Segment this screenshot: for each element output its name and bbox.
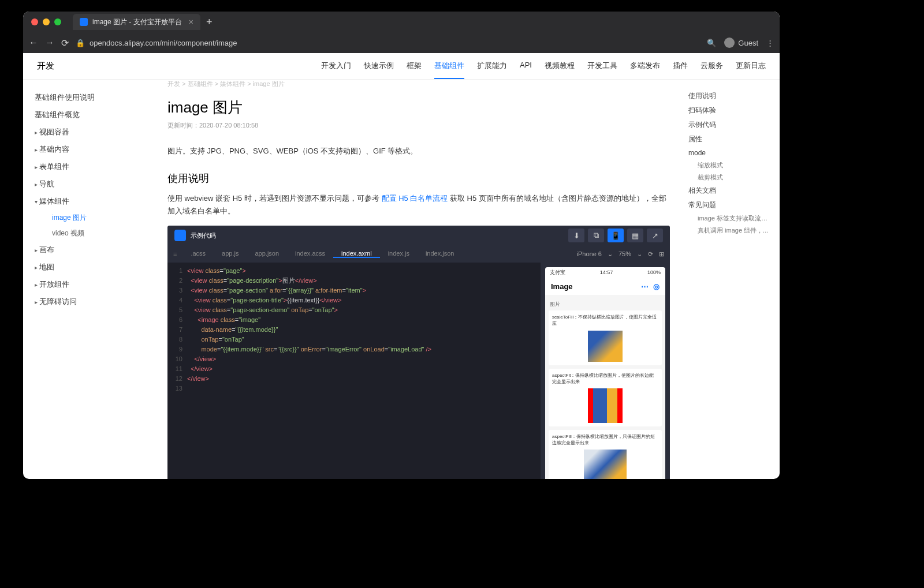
phone-preview: 支付宝 14:57 100% Image ⋯◎ 图片 bbox=[541, 263, 670, 479]
toc-item[interactable]: 相关文档 bbox=[688, 183, 773, 198]
toc-item[interactable]: 属性 bbox=[688, 132, 773, 147]
ide-tab[interactable]: app.json bbox=[247, 250, 287, 258]
url-bar: ← → ⟳ 🔒 opendocs.alipay.com/mini/compone… bbox=[23, 32, 780, 53]
code-editor[interactable]: 12345678910111213 <view class="page"> <v… bbox=[167, 263, 541, 479]
files-icon[interactable]: ≡ bbox=[167, 250, 182, 257]
toc-item[interactable]: mode bbox=[688, 147, 773, 159]
back-button[interactable]: ← bbox=[29, 38, 38, 48]
browser-window: image 图片 - 支付宝开放平台 × + ← → ⟳ 🔒 opendocs.… bbox=[23, 12, 780, 479]
battery-label: 100% bbox=[647, 269, 661, 275]
toc-item[interactable]: 扫码体验 bbox=[688, 103, 773, 118]
sidebar-group[interactable]: 画布 bbox=[35, 241, 156, 259]
toc-subitem[interactable]: 真机调用 image 组件，... bbox=[688, 224, 773, 237]
sidebar-group[interactable]: 无障碍访问 bbox=[35, 293, 156, 310]
whitelist-link[interactable]: 配置 H5 白名单流程 bbox=[382, 194, 448, 203]
preview-image-icon bbox=[588, 331, 623, 362]
maximize-window-icon[interactable] bbox=[54, 18, 61, 25]
close-tab-icon[interactable]: × bbox=[189, 17, 193, 27]
nav-item[interactable]: API bbox=[520, 61, 532, 72]
section-heading: 使用说明 bbox=[167, 171, 670, 185]
sidebar-group[interactable]: 导航 bbox=[35, 175, 156, 193]
nav-item[interactable]: 基础组件 bbox=[434, 61, 464, 79]
chevron-down-icon: ⌄ bbox=[608, 250, 613, 258]
browser-tab[interactable]: image 图片 - 支付宝开放平台 × bbox=[73, 14, 200, 30]
preview-image-icon bbox=[584, 450, 627, 479]
url-text[interactable]: opendocs.alipay.com/mini/component/image bbox=[90, 39, 237, 47]
ide-title: 示例代码 bbox=[191, 231, 216, 240]
nav-item[interactable]: 开发入门 bbox=[321, 61, 351, 72]
carrier-label: 支付宝 bbox=[550, 269, 565, 276]
ide-panel: 示例代码 ⬇ ⧉ 📱 ▦ ↗ ≡ .acssapp.jsapp.jsoninde… bbox=[167, 226, 670, 479]
sidebar-group[interactable]: 视图容器 bbox=[35, 123, 156, 141]
target-icon[interactable]: ◎ bbox=[653, 282, 660, 291]
download-icon[interactable]: ⬇ bbox=[568, 229, 584, 242]
avatar-icon bbox=[724, 38, 735, 48]
toc-item[interactable]: 使用说明 bbox=[688, 89, 773, 103]
share-icon[interactable]: ↗ bbox=[647, 229, 663, 242]
preview-card: aspectFit：保持纵横比缩放图片，使图片的长边能完全显示出来 bbox=[549, 369, 662, 426]
nav-left-label[interactable]: 开发 bbox=[37, 61, 54, 72]
menu-icon[interactable]: ⋮ bbox=[766, 39, 774, 47]
ide-tab[interactable]: index.acss bbox=[287, 250, 333, 258]
nav-item[interactable]: 扩展能力 bbox=[477, 61, 507, 72]
ide-tab[interactable]: index.js bbox=[380, 250, 418, 258]
nav-item[interactable]: 框架 bbox=[407, 61, 422, 72]
lock-icon: 🔒 bbox=[76, 39, 85, 47]
nav-item[interactable]: 开发工具 bbox=[587, 61, 617, 72]
sidebar-group[interactable]: 基础内容 bbox=[35, 141, 156, 158]
toc-subitem[interactable]: image 标签支持读取流文... bbox=[688, 212, 773, 224]
preview-card: scaleToFill：不保持纵横比缩放图片，使图片完全适应 bbox=[549, 310, 662, 365]
more-icon[interactable]: ⋯ bbox=[641, 282, 649, 291]
sidebar-group[interactable]: 媒体组件 bbox=[35, 193, 156, 210]
grid-icon[interactable]: ⊞ bbox=[659, 250, 664, 258]
top-nav: 开发 开发入门快速示例框架基础组件扩展能力API视频教程开发工具多端发布插件云服… bbox=[23, 53, 780, 80]
new-tab-button[interactable]: + bbox=[206, 16, 213, 28]
nav-item[interactable]: 多端发布 bbox=[630, 61, 660, 72]
ide-tab[interactable]: index.axml bbox=[333, 250, 380, 258]
refresh-icon[interactable]: ⟳ bbox=[648, 250, 653, 258]
chevron-down-icon: ⌄ bbox=[637, 250, 642, 258]
reload-button[interactable]: ⟳ bbox=[61, 38, 69, 48]
nav-item[interactable]: 快速示例 bbox=[364, 61, 394, 72]
zoom-select[interactable]: 75% bbox=[619, 250, 631, 257]
profile-button[interactable]: Guest bbox=[724, 38, 758, 48]
main-content: 开发 > 基础组件 > 媒体组件 > image 图片 image 图片 更新时… bbox=[156, 80, 681, 479]
ide-logo-icon bbox=[174, 230, 186, 241]
sidebar-group[interactable]: 开放组件 bbox=[35, 276, 156, 293]
preview-title: Image bbox=[551, 282, 573, 291]
sidebar: 基础组件使用说明基础组件概览视图容器基础内容表单组件导航媒体组件image 图片… bbox=[23, 80, 156, 479]
nav-item[interactable]: 插件 bbox=[673, 61, 688, 72]
description: 图片。支持 JPG、PNG、SVG、WEBP（iOS 不支持动图）、GIF 等格… bbox=[167, 146, 670, 156]
toc-item[interactable]: 示例代码 bbox=[688, 118, 773, 132]
toc-subitem[interactable]: 缩放模式 bbox=[688, 159, 773, 171]
ide-tab[interactable]: .acss bbox=[182, 250, 214, 258]
qr-icon[interactable]: ▦ bbox=[627, 229, 643, 242]
nav-item[interactable]: 视频教程 bbox=[545, 61, 575, 72]
close-window-icon[interactable] bbox=[31, 18, 38, 25]
preview-section: 图片 bbox=[549, 298, 662, 310]
copy-icon[interactable]: ⧉ bbox=[588, 229, 604, 242]
sidebar-item[interactable]: 基础组件使用说明 bbox=[35, 89, 156, 106]
tab-title: image 图片 - 支付宝开放平台 bbox=[92, 17, 182, 27]
device-select[interactable]: iPhone 6 bbox=[577, 250, 602, 257]
preview-image-icon bbox=[588, 388, 623, 423]
forward-button[interactable]: → bbox=[45, 38, 54, 48]
ide-tab[interactable]: index.json bbox=[418, 250, 463, 258]
meta: 更新时间：2020-07-20 08:10:58 bbox=[167, 121, 670, 130]
sidebar-group[interactable]: 地图 bbox=[35, 259, 156, 276]
sidebar-subitem[interactable]: video 视频 bbox=[35, 226, 156, 241]
sidebar-subitem[interactable]: image 图片 bbox=[35, 210, 156, 226]
nav-item[interactable]: 云服务 bbox=[701, 61, 723, 72]
search-icon[interactable]: 🔍 bbox=[707, 39, 716, 47]
toc-subitem[interactable]: 裁剪模式 bbox=[688, 171, 773, 183]
ide-tab[interactable]: app.js bbox=[214, 250, 247, 258]
titlebar: image 图片 - 支付宝开放平台 × + bbox=[23, 12, 780, 32]
sidebar-group[interactable]: 表单组件 bbox=[35, 158, 156, 175]
nav-item[interactable]: 更新日志 bbox=[736, 61, 766, 72]
time-label: 14:57 bbox=[600, 269, 613, 275]
phone-icon[interactable]: 📱 bbox=[608, 229, 624, 242]
sidebar-item[interactable]: 基础组件概览 bbox=[35, 106, 156, 123]
toc-item[interactable]: 常见问题 bbox=[688, 198, 773, 212]
page-title: image 图片 bbox=[167, 98, 670, 118]
minimize-window-icon[interactable] bbox=[43, 18, 50, 25]
